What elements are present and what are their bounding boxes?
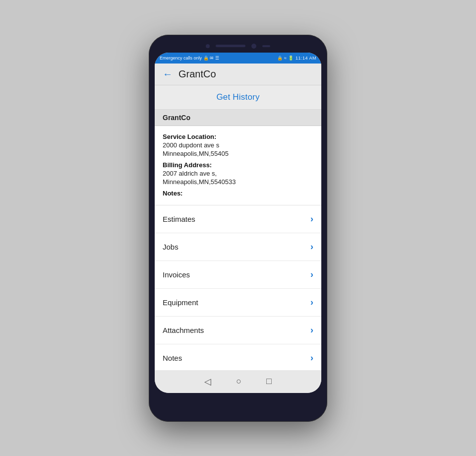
service-location-label: Service Location: — [163, 133, 313, 140]
chevron-attachments-icon: › — [310, 325, 313, 335]
nav-item-attachments-label: Attachments — [163, 326, 204, 334]
service-location-line2: Minneapolis,MN,55405 — [163, 150, 313, 157]
status-left: Emergency calls only 🔒 ✉ ☰ — [160, 56, 219, 61]
content-scroll[interactable]: GrantCo Service Location: 2000 dupdont a… — [155, 110, 321, 370]
back-button[interactable]: ← — [163, 68, 173, 80]
nav-item-invoices-label: Invoices — [163, 270, 190, 279]
nav-item-jobs-label: Jobs — [163, 243, 178, 251]
phone-screen: Emergency calls only 🔒 ✉ ☰ 🔒 ≈ 🔋 11:14 A… — [155, 53, 321, 393]
chevron-equipment-icon: › — [310, 297, 313, 308]
nav-item-attachments[interactable]: Attachments › — [155, 317, 321, 344]
billing-address-block: Billing Address: 2007 aldrich ave s, Min… — [163, 161, 313, 186]
speaker-bar — [216, 45, 245, 47]
nav-item-equipment[interactable]: Equipment › — [155, 289, 321, 317]
chevron-jobs-icon: › — [310, 242, 313, 252]
get-history-button[interactable]: Get History — [216, 92, 259, 102]
bottom-nav: ◁ ○ □ — [155, 370, 321, 393]
nav-list: Estimates › Jobs › Invoices › Equipment … — [155, 205, 321, 370]
section-header: GrantCo — [155, 110, 321, 126]
nav-item-invoices[interactable]: Invoices › — [155, 261, 321, 289]
nav-item-notes[interactable]: Notes › — [155, 344, 321, 370]
status-bar: Emergency calls only 🔒 ✉ ☰ 🔒 ≈ 🔋 11:14 A… — [155, 53, 321, 64]
phone-top-notch — [155, 41, 321, 53]
app-header: ← GrantCo — [155, 64, 321, 85]
billing-address-line2: Minneapolis,MN,5540533 — [163, 178, 313, 186]
front-camera — [251, 44, 256, 49]
home-nav-icon[interactable]: ○ — [236, 376, 241, 387]
status-right: 🔒 ≈ 🔋 11:14 AM — [277, 56, 316, 61]
service-location-line1: 2000 dupdont ave s — [163, 141, 313, 149]
nav-item-estimates-label: Estimates — [163, 215, 195, 223]
phone-device: Emergency calls only 🔒 ✉ ☰ 🔒 ≈ 🔋 11:14 A… — [149, 35, 327, 422]
notes-block: Notes: — [163, 190, 313, 197]
billing-address-label: Billing Address: — [163, 161, 313, 169]
nav-item-jobs[interactable]: Jobs › — [155, 233, 321, 261]
service-location-block: Service Location: 2000 dupdont ave s Min… — [163, 133, 313, 157]
nav-item-equipment-label: Equipment — [163, 298, 198, 307]
sensor-dash — [262, 45, 270, 47]
notes-label: Notes: — [163, 190, 313, 197]
get-history-bar: Get History — [155, 85, 321, 110]
info-section: Service Location: 2000 dupdont ave s Min… — [155, 126, 321, 205]
nav-item-notes-label: Notes — [163, 354, 182, 362]
chevron-notes-icon: › — [310, 353, 313, 363]
page-title: GrantCo — [178, 68, 216, 80]
chevron-invoices-icon: › — [310, 269, 313, 280]
nav-item-estimates[interactable]: Estimates › — [155, 205, 321, 233]
recent-nav-icon[interactable]: □ — [266, 376, 272, 387]
billing-address-line1: 2007 aldrich ave s, — [163, 170, 313, 177]
chevron-estimates-icon: › — [310, 214, 313, 224]
camera-dot — [206, 44, 210, 48]
back-nav-icon[interactable]: ◁ — [204, 376, 211, 387]
